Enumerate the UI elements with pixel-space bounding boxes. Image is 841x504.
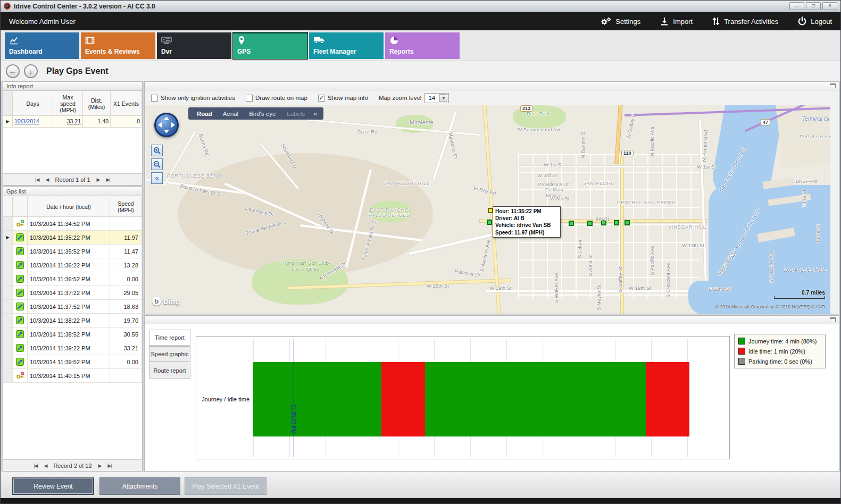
zoom-in-button[interactable] bbox=[151, 145, 163, 156]
route-point-green[interactable] bbox=[624, 220, 630, 225]
route-point-green[interactable] bbox=[569, 221, 574, 226]
route-point-green[interactable] bbox=[614, 220, 619, 225]
route-point-green[interactable] bbox=[587, 221, 593, 226]
gps-row[interactable]: 10/3/2014 11:37:22 PM29.05 bbox=[3, 286, 142, 300]
map-label: S Crescent Ave bbox=[665, 263, 671, 298]
time-marker-label: 11:35:22 PM bbox=[290, 404, 296, 434]
map-style-road[interactable]: Road bbox=[191, 111, 218, 117]
map-zoom-select[interactable]: 14 ▼ bbox=[424, 93, 449, 103]
back-button[interactable]: ← bbox=[6, 64, 20, 78]
map-label: S Western Ave bbox=[479, 239, 492, 272]
close-button[interactable]: × bbox=[822, 2, 837, 10]
maximize-panel-icon[interactable] bbox=[830, 317, 836, 322]
gps-row[interactable]: 10/3/2014 11:39:22 PM33.21 bbox=[3, 341, 142, 355]
map-label: W 13th St bbox=[682, 242, 704, 248]
map-style-labels[interactable]: Labels bbox=[281, 111, 310, 117]
tab-fleet-manager[interactable]: Fleet Manager bbox=[309, 32, 384, 59]
checkbox-label: Show only ignition activities bbox=[161, 95, 235, 101]
gps-row[interactable]: 10/3/2014 11:40:15 PM bbox=[3, 369, 142, 383]
row-indicator: ▶ bbox=[3, 231, 13, 245]
tab-speed-graphic[interactable]: Speed graphic bbox=[149, 346, 190, 362]
gps-speed: 11.47 bbox=[110, 245, 142, 258]
gps-row[interactable]: 10/3/2014 11:35:52 PM11.47 bbox=[3, 245, 142, 258]
column-header-dist[interactable]: Dist. (Miles) bbox=[83, 91, 111, 116]
prev-page-button[interactable]: ◀ bbox=[44, 463, 47, 468]
map-scale: 0.7 miles bbox=[774, 289, 825, 299]
settings-button[interactable]: Settings bbox=[600, 16, 640, 26]
chart-plot-area: 11:35:22 PM bbox=[253, 339, 689, 457]
column-header-speed[interactable]: Speed (MPH) bbox=[110, 197, 142, 217]
collapse-button[interactable]: ↓ bbox=[24, 64, 38, 78]
gps-row[interactable]: 10/3/2014 11:38:52 PM30.55 bbox=[3, 327, 142, 341]
first-page-button[interactable]: |◀ bbox=[34, 463, 37, 468]
bing-map[interactable]: MiralestePeck ParkW Summerland AveCrest … bbox=[146, 105, 830, 314]
row-indicator bbox=[3, 272, 13, 286]
days-link[interactable]: 10/3/2014 bbox=[13, 116, 53, 128]
window-title: Idrive Control Center - 3.0.2 version - … bbox=[14, 3, 155, 10]
prev-page-button[interactable]: ◀ bbox=[46, 177, 49, 182]
gps-row[interactable]: 10/3/2014 11:37:52 PM18.63 bbox=[3, 300, 142, 314]
gps-row[interactable]: 10/3/2014 11:36:22 PM13.28 bbox=[3, 258, 142, 272]
key-off-icon bbox=[13, 369, 28, 383]
gps-rows: 10/3/2014 11:34:52 PM▶10/3/2014 11:35:22… bbox=[3, 217, 142, 383]
maximize-button[interactable]: □ bbox=[806, 2, 821, 10]
map-style-aerial[interactable]: Aerial bbox=[218, 111, 244, 117]
checkbox-show-only-ignition[interactable]: Show only ignition activities bbox=[151, 95, 235, 102]
tab-gps[interactable]: GPS bbox=[233, 32, 307, 59]
compass-control[interactable] bbox=[154, 113, 179, 137]
next-page-button[interactable]: ▶ bbox=[97, 177, 100, 182]
tab-dashboard[interactable]: Dashboard bbox=[5, 32, 79, 59]
key-on-icon bbox=[13, 217, 28, 231]
column-header-days[interactable]: Days bbox=[13, 91, 53, 116]
map-label: W 19th St bbox=[489, 285, 512, 291]
logout-button[interactable]: Logout bbox=[797, 16, 832, 26]
checkbox-show-map-info[interactable]: ✓ Show map info bbox=[318, 95, 368, 102]
gps-row[interactable]: 10/3/2014 11:39:52 PM0.00 bbox=[3, 355, 142, 369]
power-icon bbox=[797, 16, 807, 26]
tab-time-report[interactable]: Time report bbox=[149, 330, 190, 346]
gps-row[interactable]: ▶10/3/2014 11:35:22 PM11.97 bbox=[3, 231, 142, 245]
next-page-button[interactable]: ▶ bbox=[98, 463, 102, 468]
gps-icon bbox=[13, 286, 28, 300]
last-page-button[interactable]: ▶| bbox=[106, 177, 110, 182]
column-header-date[interactable]: Date / hour (local) bbox=[28, 197, 110, 217]
attachments-button[interactable]: Attachments bbox=[99, 477, 180, 495]
info-row[interactable]: ▶ 10/3/2014 33.21 1.40 0 bbox=[3, 116, 142, 128]
tab-reports[interactable]: Reports bbox=[385, 32, 460, 59]
import-button[interactable]: Import bbox=[660, 16, 693, 26]
play-selected-x1-event-button[interactable]: Play Selected X1 Event bbox=[185, 477, 267, 495]
sidebar-collapse-button[interactable]: « bbox=[151, 172, 163, 184]
tab-route-report[interactable]: Route report bbox=[149, 363, 190, 379]
column-header-max-speed[interactable]: Max speed (MPH) bbox=[53, 91, 83, 116]
zoom-out-button[interactable] bbox=[151, 158, 163, 170]
maximize-panel-icon[interactable] bbox=[830, 83, 836, 88]
map-label: Central San Pedro bbox=[617, 200, 676, 205]
last-page-button[interactable]: ▶| bbox=[108, 463, 112, 468]
route-point-green[interactable] bbox=[487, 220, 492, 225]
gps-row[interactable]: 10/3/2014 11:38:22 PM19.70 bbox=[3, 314, 142, 327]
info-report-pager: |◀ ◀ Record 1 of 1 ▶ ▶| bbox=[3, 173, 142, 185]
map-label: S Seaside Ave bbox=[768, 250, 774, 283]
footer: Review Event Attachments Play Selected X… bbox=[1, 472, 840, 498]
map-style-bird-s-eye[interactable]: Bird's eye bbox=[244, 111, 281, 117]
transfer-activities-button[interactable]: Transfer Activities bbox=[712, 16, 778, 26]
map-label: Palacios Dr bbox=[454, 268, 481, 278]
pager-text: Record 2 of 12 bbox=[53, 463, 91, 469]
action-label: Logout bbox=[811, 18, 832, 26]
first-page-button[interactable]: |◀ bbox=[35, 177, 39, 182]
review-event-button[interactable]: Review Event bbox=[12, 477, 94, 495]
transfer-icon bbox=[712, 16, 720, 26]
checkbox-draw-route[interactable]: Draw route on map bbox=[246, 95, 307, 102]
column-header-x1-events[interactable]: X1 Events bbox=[111, 91, 142, 116]
style-bar-collapse-button[interactable]: « bbox=[310, 110, 320, 117]
gps-row[interactable]: 10/3/2014 11:36:52 PM0.00 bbox=[3, 272, 142, 286]
tab-dvr[interactable]: Dvr bbox=[157, 32, 231, 59]
map-label: S Pacific Ave bbox=[649, 246, 655, 275]
minimize-button[interactable]: – bbox=[789, 2, 804, 10]
tab-events-reviews[interactable]: Events & Reviews bbox=[81, 32, 155, 59]
gps-date: 10/3/2014 11:37:22 PM bbox=[28, 286, 110, 300]
gps-date: 10/3/2014 11:34:52 PM bbox=[28, 217, 110, 231]
map-label: Tuna St bbox=[801, 190, 807, 207]
gps-row[interactable]: 10/3/2014 11:34:52 PM bbox=[3, 217, 142, 231]
bing-logo[interactable]: b bing bbox=[152, 297, 180, 306]
